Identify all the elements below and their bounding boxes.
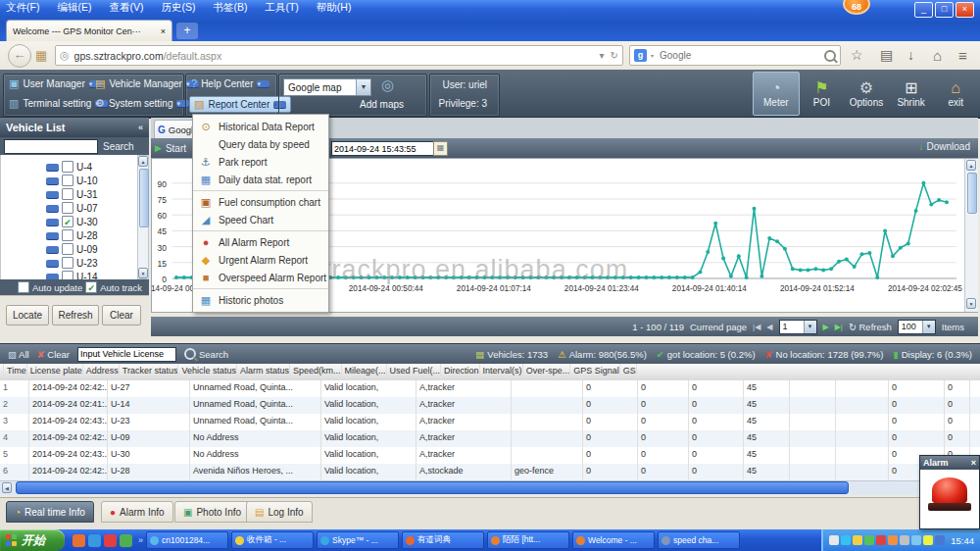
table-row[interactable]: 3 2014-09-24 02:43:... U-23 Unnamed Road… [0,414,980,430]
vehicle-checkbox[interactable] [62,202,74,214]
vehicle-checkbox[interactable] [62,257,74,269]
page-size-select[interactable]: 100 ▼ [898,320,936,334]
vehicle-list-item[interactable]: ✔ U-30 [1,215,137,228]
tab-alarm-info[interactable]: ● Alarm Info [101,501,173,523]
help-center-button[interactable]: ? Help Center▾ [191,77,270,89]
search-engine-dropdown-icon[interactable]: ▾ [651,52,654,59]
start-button[interactable]: 开始 [0,529,65,551]
table-row[interactable]: 5 2014-09-24 02:43:... U-30 No Address V… [0,447,980,464]
locate-button[interactable]: Locate [6,305,49,326]
chevron-down-icon[interactable]: ▼ [804,321,816,333]
vehicle-list-item[interactable]: U-31 [1,187,137,201]
vehicle-manager-button[interactable]: ▤ Vehicle Manager▾ [95,77,199,90]
menu-item[interactable]: Query data by speed [193,135,328,153]
task-button[interactable]: Welcome - ... [572,531,655,549]
report-center-button[interactable]: ▨ Report Center▾ [189,96,291,113]
shrink-button[interactable]: ⊞ Shrink [889,72,934,116]
menu-item[interactable]: 书签(B) [213,1,247,15]
quick-launch-icon[interactable] [120,534,132,547]
table-row[interactable]: 6 2014-09-24 02:42:... U-28 Avenida Niño… [0,464,980,480]
vehicle-checkbox[interactable]: ✔ [62,216,74,227]
vehicle-list-item[interactable]: U-14 [1,270,137,279]
auto-track-checkbox[interactable]: ✔ [85,281,97,293]
vehicle-list-item[interactable]: U-28 [1,228,137,242]
tray-icon[interactable] [876,535,886,545]
close-icon[interactable]: × [971,458,976,468]
column-header[interactable]: Tracker status [120,364,179,380]
map-select-arrow-icon[interactable]: ▼ [356,79,370,95]
last-page-icon[interactable]: ▶| [835,323,843,331]
chevron-down-icon[interactable]: ▼ [922,321,935,333]
column-header[interactable]: Direction [441,364,480,380]
task-button[interactable]: speed cha... [658,531,740,549]
google-map-tab[interactable]: G Google map [154,120,195,138]
menu-item[interactable]: ⊙ Historical Data Report [193,118,328,135]
scrollbar-thumb[interactable] [967,173,977,214]
chart-scrollbar[interactable]: ▲ ▼ [964,159,978,312]
column-header[interactable]: GPS Signal [570,364,620,380]
vehicle-list-scrollbar[interactable]: ▲ ▼ [137,155,149,279]
refresh-pagination-button[interactable]: ↻ Refresh [849,322,892,332]
first-page-icon[interactable]: |◀ [753,323,760,331]
system-setting-button[interactable]: ⚙ System setting▾ [95,97,189,110]
table-row[interactable]: 2 2014-09-24 02:41:... U-14 Unnamed Road… [0,397,980,414]
auto-update-checkbox[interactable] [18,281,29,293]
column-header[interactable]: Interval(s) [480,364,523,380]
poi-button[interactable]: ⚑ POI [800,72,845,116]
exit-button[interactable]: ⌂ exit [933,72,978,116]
hamburger-menu-icon[interactable]: ≡ [958,47,967,64]
clear-button[interactable]: Clear [102,305,141,326]
tray-icon[interactable] [853,535,862,545]
tray-icon[interactable] [911,535,921,545]
page-select[interactable]: 1 ▼ [779,320,817,334]
task-button[interactable]: 有道词典 [402,531,484,549]
tab-photo-info[interactable]: ▣ Photo Info [174,501,250,523]
bookmark-star-icon[interactable]: ☆ [851,47,863,63]
tray-icon[interactable] [900,535,909,545]
terminal-setting-button[interactable]: ▥ Terminal setting▾ [9,97,108,110]
vehicle-list-item[interactable]: U-4 [1,160,137,174]
column-header[interactable]: Over-spe... [523,364,571,380]
options-button[interactable]: ⚙ Options [844,72,889,116]
select-all-button[interactable]: ▨ All [8,349,29,360]
scrollbar-thumb[interactable] [16,481,849,494]
vehicle-checkbox[interactable] [62,175,74,186]
tray-icon[interactable] [935,535,945,545]
tray-icon[interactable] [888,535,898,545]
menu-item[interactable]: ◆ Urgent Alarm Report [193,251,328,269]
menu-item[interactable]: 查看(V) [109,1,143,15]
meter-button[interactable]: ◔ Meter [753,72,800,116]
filter-search-button[interactable]: Search [184,348,228,360]
add-maps-icon[interactable]: ◎ [381,76,394,94]
refresh-button[interactable]: Refresh [52,305,99,326]
search-input[interactable] [658,49,820,62]
scroll-left-icon[interactable]: ◀ [2,482,12,493]
menu-item[interactable]: ■ Overspeed Alarm Report [193,269,328,286]
task-button[interactable]: 陌陌 [htt... [487,531,569,549]
vehicle-checkbox[interactable] [62,161,74,173]
clipboard-icon[interactable]: ▤ [880,47,893,63]
clear-selection-button[interactable]: ✘ Clear [37,349,70,360]
tray-icon[interactable] [841,535,851,545]
download-button[interactable]: ↓ Download [919,141,970,152]
search-icon[interactable] [824,50,836,62]
vehicle-checkbox[interactable] [62,188,74,200]
license-filter-input[interactable] [77,347,176,362]
vehicle-list[interactable]: U-4 U-10 U-31 U-07 ✔ [0,155,137,279]
table-row[interactable]: 4 2014-09-24 02:42:... U-09 No Address V… [0,430,980,447]
restore-button[interactable]: □ [935,2,954,18]
scroll-up-icon[interactable]: ▲ [966,160,976,171]
menu-item[interactable]: ▣ Fuel consumption chart [193,193,328,211]
column-header[interactable]: License plate [27,364,83,380]
menu-item[interactable]: 编辑(E) [57,1,91,15]
scrollbar-thumb[interactable] [139,169,149,227]
vehicle-list-item[interactable]: U-10 [1,174,137,187]
user-manager-button[interactable]: ▣ User Manager▾ [9,77,102,90]
tray-icon[interactable] [829,535,839,545]
scroll-down-icon[interactable]: ▼ [966,298,976,309]
tab-log-info[interactable]: ▤ Log Info [246,501,313,523]
vehicle-list-item[interactable]: U-23 [1,256,137,270]
column-header[interactable]: Mileage(... [342,364,387,380]
url-dropdown-icon[interactable]: ▾ [600,50,605,61]
scroll-up-icon[interactable]: ▲ [138,156,148,167]
